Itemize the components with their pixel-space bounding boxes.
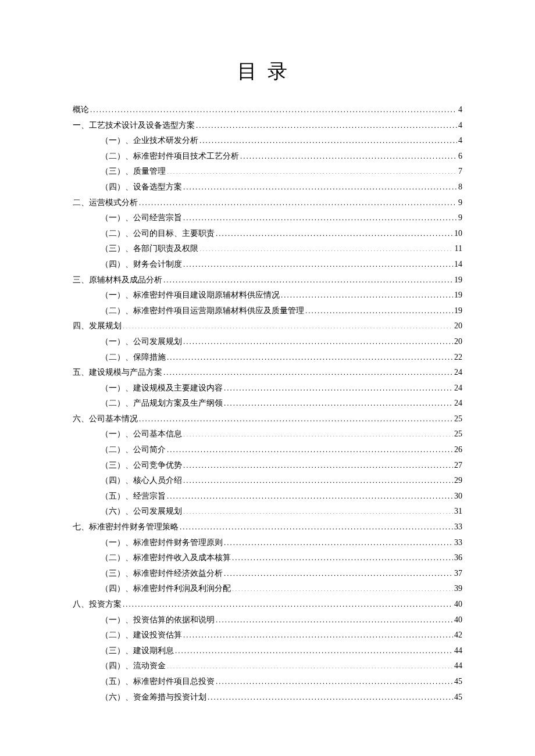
- toc-leader-dots: [206, 692, 453, 700]
- toc-entry-label: 二、运营模式分析: [73, 195, 138, 211]
- toc-entry-label: （四）、标准密封件利润及利润分配: [101, 581, 231, 597]
- toc-entry-page: 25: [453, 427, 462, 442]
- toc-entry-page: 44: [453, 658, 462, 674]
- toc-entry-page: 20: [453, 318, 462, 334]
- toc-entry: （二）、标准密封件项目运营期原辅材料供应及质量管理19: [73, 303, 462, 319]
- toc-entry-page: 19: [453, 288, 462, 303]
- toc-entry-page: 7: [457, 164, 462, 180]
- toc-entry-label: 三、原辅材料及成品分析: [73, 273, 162, 288]
- toc-leader-dots: [198, 243, 454, 251]
- toc-entry: （二）、保障措施22: [73, 350, 462, 366]
- toc-leader-dots: [182, 213, 457, 220]
- toc-leader-dots: [182, 630, 453, 637]
- toc-entry-page: 24: [453, 365, 462, 381]
- toc-entry: （三）、标准密封件经济效益分析37: [73, 566, 462, 582]
- toc-entry-page: 40: [453, 612, 462, 628]
- toc-entry-label: （一）、公司经营宗旨: [101, 210, 182, 226]
- toc-leader-dots: [182, 259, 453, 267]
- toc-entry-page: 24: [453, 381, 462, 396]
- toc-leader-dots: [179, 522, 453, 529]
- toc-entry-label: （六）、资金筹措与投资计划: [101, 690, 206, 705]
- toc-entry: （五）、经营宗旨30: [73, 489, 462, 504]
- toc-leader-dots: [166, 445, 453, 452]
- toc-entry-page: 25: [453, 411, 462, 427]
- toc-leader-dots: [182, 475, 453, 483]
- toc-leader-dots: [223, 398, 453, 406]
- toc-entry-page: 26: [453, 442, 462, 458]
- page-title: 目录: [73, 58, 462, 85]
- toc-entry-label: （四）、财务会计制度: [101, 257, 182, 273]
- toc-entry: 二、运营模式分析9: [73, 195, 462, 211]
- toc-entry-page: 20: [453, 334, 462, 350]
- toc-entry: （六）、资金筹措与投资计划45: [73, 690, 462, 705]
- toc-entry-page: 44: [453, 643, 462, 659]
- toc-entry-label: （一）、企业技术研发分析: [101, 133, 198, 149]
- toc-entry-page: 8: [457, 180, 462, 195]
- toc-entry: （一）、投资估算的依据和说明40: [73, 612, 462, 628]
- toc-entry-label: 五、建设规模与产品方案: [73, 365, 162, 381]
- toc-entry-label: 概论: [73, 102, 89, 118]
- toc-entry: 八、投资方案40: [73, 597, 462, 612]
- toc-entry: （三）、建设期利息44: [73, 643, 462, 659]
- toc-entry-page: 42: [453, 628, 462, 643]
- toc-entry: （一）、建设规模及主要建设内容24: [73, 381, 462, 396]
- toc-entry: （一）、标准密封件财务管理原则33: [73, 535, 462, 551]
- toc-entry-label: （三）、建设期利息: [101, 643, 174, 659]
- toc-leader-dots: [304, 306, 453, 313]
- toc-entry-page: 29: [453, 473, 462, 489]
- toc-leader-dots: [223, 568, 453, 576]
- toc-entry-label: （一）、公司发展规划: [101, 334, 182, 350]
- toc-entry: 六、公司基本情况25: [73, 411, 462, 427]
- toc-leader-dots: [138, 198, 457, 205]
- toc-leader-dots: [215, 676, 453, 684]
- toc-entry: （三）、各部门职责及权限11: [73, 241, 462, 257]
- toc-entry: （二）、标准密封件项目技术工艺分析6: [73, 149, 462, 164]
- toc-entry-label: （四）、流动资金: [101, 658, 166, 674]
- toc-leader-dots: [280, 290, 453, 298]
- toc-entry: 概论4: [73, 102, 462, 118]
- toc-leader-dots: [198, 135, 457, 143]
- toc-entry: （二）、公司的目标、主要职责10: [73, 226, 462, 242]
- toc-entry-label: 七、标准密封件财务管理策略: [73, 519, 179, 535]
- toc-entry-page: 4: [457, 118, 462, 134]
- toc-entry: （一）、公司经营宗旨9: [73, 210, 462, 226]
- toc-entry-page: 4: [457, 133, 462, 149]
- toc-entry-label: （一）、标准密封件财务管理原则: [101, 535, 223, 551]
- toc-entry-page: 45: [453, 674, 462, 690]
- toc-entry: （三）、公司竞争优势27: [73, 458, 462, 474]
- toc-entry-label: （三）、公司竞争优势: [101, 458, 182, 474]
- toc-leader-dots: [174, 646, 453, 653]
- toc-leader-dots: [223, 383, 453, 390]
- toc-entry-page: 37: [453, 566, 462, 582]
- toc-entry: （四）、核心人员介绍29: [73, 473, 462, 489]
- toc-entry: 四、发展规划20: [73, 318, 462, 334]
- toc-leader-dots: [182, 336, 453, 344]
- toc-entry-label: （三）、标准密封件经济效益分析: [101, 566, 223, 582]
- toc-entry: （三）、质量管理7: [73, 164, 462, 180]
- toc-entry: （二）、建设投资估算42: [73, 628, 462, 643]
- toc-leader-dots: [215, 615, 453, 622]
- toc-entry-page: 4: [457, 102, 462, 118]
- toc-entry-label: （二）、保障措施: [101, 350, 166, 366]
- toc-leader-dots: [223, 538, 453, 545]
- toc-entry: （四）、设备选型方案8: [73, 180, 462, 195]
- toc-entry: （二）、公司简介26: [73, 442, 462, 458]
- toc-entry-page: 6: [457, 149, 462, 164]
- toc-entry-label: （一）、建设规模及主要建设内容: [101, 381, 223, 396]
- toc-entry-label: （五）、经营宗旨: [101, 489, 166, 504]
- toc-leader-dots: [215, 228, 453, 236]
- toc-leader-dots: [166, 491, 453, 499]
- toc-entry-label: （四）、核心人员介绍: [101, 473, 182, 489]
- toc-entry: （五）、标准密封件项目总投资45: [73, 674, 462, 690]
- toc-entry-label: （一）、标准密封件项目建设期原辅材料供应情况: [101, 288, 280, 303]
- toc-entry: （一）、公司基本信息25: [73, 427, 462, 442]
- toc-entry: （一）、标准密封件项目建设期原辅材料供应情况19: [73, 288, 462, 303]
- toc-entry: （一）、企业技术研发分析4: [73, 133, 462, 149]
- toc-leader-dots: [166, 661, 453, 668]
- toc-entry-page: 33: [453, 519, 462, 535]
- toc-list: 概论4一、工艺技术设计及设备选型方案4（一）、企业技术研发分析4（二）、标准密封…: [73, 102, 462, 705]
- toc-entry-label: （二）、标准密封件项目运营期原辅材料供应及质量管理: [101, 303, 304, 319]
- toc-entry-label: （二）、公司简介: [101, 442, 166, 458]
- toc-entry-label: （二）、产品规划方案及生产纲领: [101, 396, 223, 411]
- toc-leader-dots: [89, 105, 457, 112]
